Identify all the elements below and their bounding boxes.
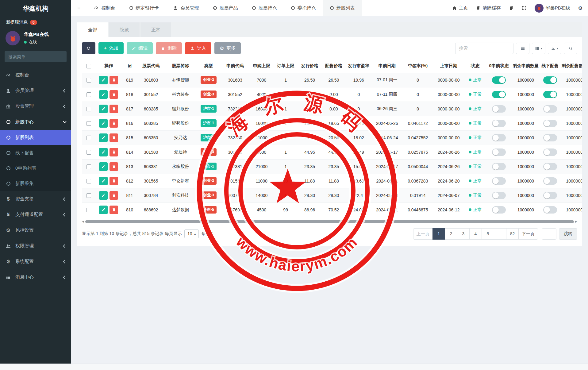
filter-tab-隐藏[interactable]: 隐藏: [109, 22, 140, 37]
table-search-input[interactable]: [455, 43, 513, 54]
menu-search-input[interactable]: [8, 54, 64, 59]
edit-row-button[interactable]: [99, 133, 108, 142]
delete-button[interactable]: 删除: [156, 42, 182, 54]
zero-sub-toggle[interactable]: [492, 148, 506, 156]
sidebar-item-新股采集[interactable]: 新股采集: [0, 176, 71, 191]
sidebar-item-资金充提[interactable]: $资金充提: [0, 191, 71, 207]
edit-row-button[interactable]: [99, 206, 108, 214]
search-submit-button[interactable]: [564, 43, 577, 54]
horizontal-scrollbar[interactable]: ◀ ▶: [82, 220, 577, 224]
delete-row-button[interactable]: [110, 76, 118, 84]
delete-row-button[interactable]: [110, 177, 118, 185]
offline-sale-toggle[interactable]: [543, 134, 557, 141]
page-button-4[interactable]: 4: [469, 228, 482, 240]
edit-row-button[interactable]: [99, 177, 108, 185]
sidebar-item-会员管理[interactable]: 会员管理: [0, 83, 71, 98]
fullscreen-icon[interactable]: [522, 6, 527, 10]
delete-row-button[interactable]: [110, 148, 118, 156]
offline-sale-toggle[interactable]: [543, 148, 557, 156]
offline-sale-toggle[interactable]: [543, 105, 557, 113]
nav-tab-股票产品[interactable]: 股票产品: [206, 0, 245, 16]
gears-icon[interactable]: ⚙: [578, 5, 582, 11]
row-checkbox[interactable]: [86, 193, 91, 198]
zero-sub-toggle[interactable]: [492, 120, 506, 127]
sidebar-item-支付通道配置[interactable]: ¥支付通道配置: [0, 207, 71, 222]
more-button[interactable]: ⚙更多: [214, 42, 241, 54]
offline-sale-toggle[interactable]: [543, 163, 557, 170]
row-checkbox[interactable]: [86, 150, 91, 155]
nav-tab-股票持仓[interactable]: 股票持仓: [245, 0, 284, 16]
zero-sub-toggle[interactable]: [492, 177, 506, 185]
export-button[interactable]: ▾: [548, 43, 561, 54]
hamburger-menu-icon[interactable]: ≡: [71, 5, 87, 11]
edit-row-button[interactable]: [99, 76, 108, 84]
page-button-82[interactable]: 82: [506, 228, 519, 240]
delete-row-button[interactable]: [110, 206, 118, 214]
nav-tab-委托持仓[interactable]: 委托持仓: [284, 0, 323, 16]
offline-sale-toggle[interactable]: [543, 76, 557, 84]
withdraw-notice[interactable]: 新提现消息 0: [0, 17, 71, 27]
page-button-下一页[interactable]: 下一页: [518, 228, 538, 240]
page-button-3[interactable]: 3: [457, 228, 470, 240]
clear-cache-button[interactable]: 清除缓存: [476, 5, 501, 11]
offline-sale-toggle[interactable]: [543, 192, 557, 199]
list-view-button[interactable]: [516, 43, 529, 54]
row-checkbox[interactable]: [86, 136, 91, 140]
offline-sale-toggle[interactable]: [543, 120, 557, 127]
sidebar-item-股票管理[interactable]: 股票管理: [0, 98, 71, 114]
zero-sub-toggle[interactable]: [492, 91, 506, 98]
scroll-left-icon[interactable]: ◀: [82, 220, 84, 224]
nav-user[interactable]: 华鑫PB在线: [535, 4, 570, 13]
sidebar-item-0申购列表[interactable]: 0申购列表: [0, 160, 71, 176]
edit-row-button[interactable]: [99, 191, 108, 200]
zero-sub-toggle[interactable]: [492, 134, 506, 141]
sidebar-item-系统配置[interactable]: ⚙系统配置: [0, 254, 71, 269]
sidebar-item-新股列表[interactable]: 新股列表: [0, 130, 71, 145]
filter-tab-全部[interactable]: 全部: [77, 22, 108, 37]
sidebar-item-权限管理[interactable]: 权限管理: [0, 238, 71, 254]
row-checkbox[interactable]: [86, 208, 91, 212]
sidebar-item-线下配售[interactable]: 线下配售: [0, 145, 71, 160]
offline-sale-toggle[interactable]: [543, 91, 557, 98]
filter-tab-正常[interactable]: 正常: [140, 22, 171, 37]
offline-sale-toggle[interactable]: [543, 177, 557, 185]
nav-tab-控制台[interactable]: 控制台: [87, 0, 122, 16]
sidebar-item-新股中心[interactable]: 新股中心: [0, 114, 71, 130]
page-button-上一页[interactable]: 上一页: [413, 228, 433, 240]
delete-row-button[interactable]: [110, 162, 118, 171]
delete-row-button[interactable]: [110, 119, 118, 128]
zero-sub-toggle[interactable]: [492, 206, 506, 214]
sidebar-item-控制台[interactable]: 控制台: [0, 67, 71, 83]
row-checkbox[interactable]: [86, 92, 91, 97]
scroll-right-icon[interactable]: ▶: [575, 220, 577, 224]
zero-sub-toggle[interactable]: [492, 76, 506, 84]
nav-tab-会员管理[interactable]: 会员管理: [166, 0, 206, 16]
jump-button[interactable]: 跳转: [559, 228, 577, 240]
zero-sub-toggle[interactable]: [492, 163, 506, 170]
delete-row-button[interactable]: [110, 191, 118, 200]
nav-tab-绑定银行卡[interactable]: 绑定银行卡: [122, 0, 166, 16]
edit-row-button[interactable]: [99, 162, 108, 171]
zero-sub-toggle[interactable]: [492, 105, 506, 113]
columns-button[interactable]: ▾: [532, 43, 545, 54]
edit-row-button[interactable]: [99, 119, 108, 128]
docs-icon[interactable]: [509, 6, 514, 10]
row-checkbox[interactable]: [86, 107, 91, 111]
offline-sale-toggle[interactable]: [543, 206, 557, 214]
edit-row-button[interactable]: [99, 90, 108, 99]
row-checkbox[interactable]: [86, 164, 91, 169]
page-button-2[interactable]: 2: [445, 228, 457, 240]
delete-row-button[interactable]: [110, 133, 118, 142]
delete-row-button[interactable]: [110, 105, 118, 113]
scrollbar-thumb[interactable]: [85, 220, 574, 223]
per-page-select[interactable]: 10 ▴: [184, 229, 199, 238]
import-button[interactable]: 导入: [185, 42, 211, 54]
edit-row-button[interactable]: [99, 105, 108, 113]
jump-page-input[interactable]: [542, 228, 556, 240]
sidebar-item-消息中心[interactable]: 消息中心: [0, 269, 71, 285]
add-button[interactable]: +添加: [98, 42, 124, 54]
page-button-1[interactable]: 1: [432, 228, 445, 240]
row-checkbox[interactable]: [86, 78, 91, 83]
sidebar-item-风控设置[interactable]: ⚙风控设置: [0, 222, 71, 238]
edit-button[interactable]: 编辑: [127, 42, 153, 54]
